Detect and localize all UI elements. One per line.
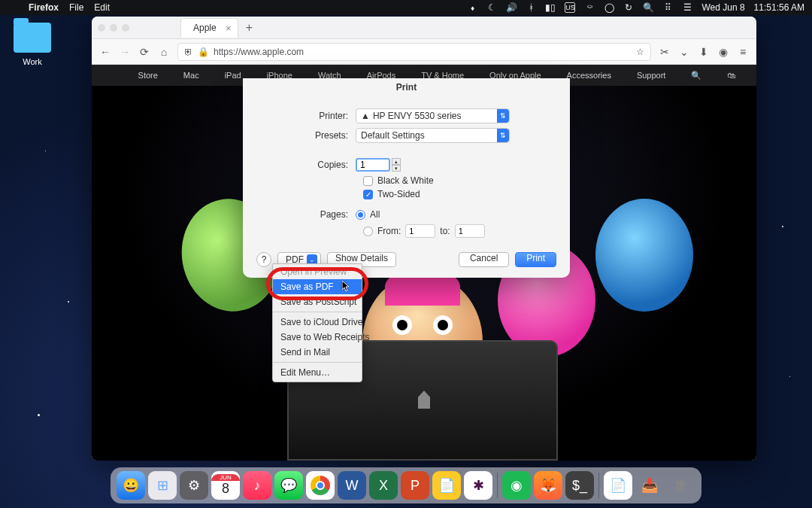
tab-apple[interactable]: Apple × [180, 18, 238, 38]
back-button[interactable]: ← [99, 46, 111, 58]
pdf-menu-edit[interactable]: Edit Menu… [273, 365, 362, 380]
pdf-menu-mail[interactable]: Send in Mail [273, 345, 362, 360]
pages-from-input[interactable] [405, 224, 435, 238]
dock-chrome[interactable] [306, 471, 335, 500]
menubar-date[interactable]: Wed Jun 8 [701, 2, 744, 13]
dock-notes[interactable]: 📄 [432, 471, 461, 500]
dock-separator [497, 473, 498, 498]
nav-store[interactable]: Store [138, 71, 158, 80]
printer-select[interactable]: ▲ HP ENVY 5530 series ⇅ [356, 108, 510, 123]
nav-accessories[interactable]: Accessories [567, 71, 611, 80]
time-machine-icon[interactable]: ↻ [623, 2, 634, 13]
memoji-blue [595, 199, 693, 312]
lock-icon[interactable]: 🔒 [198, 47, 209, 57]
battery-icon[interactable]: ▮▯ [545, 2, 556, 13]
dock-trash[interactable]: 🗑 [667, 471, 695, 500]
pdf-menu-save-ps[interactable]: Save as PostScript [273, 294, 362, 309]
volume-icon[interactable]: 🔊 [506, 2, 517, 13]
dock-settings[interactable]: ⚙ [180, 471, 208, 500]
bw-checkbox[interactable] [363, 176, 373, 186]
pdf-menu-open-preview[interactable]: Open in Preview [273, 264, 362, 279]
wifi-icon[interactable]: ⌔ [584, 2, 595, 13]
close-tab-icon[interactable]: × [226, 23, 232, 34]
printer-value: HP ENVY 5530 series [373, 111, 462, 121]
menubar-file[interactable]: File [69, 2, 83, 13]
dock-messages[interactable]: 💬 [274, 471, 303, 500]
cancel-button[interactable]: Cancel [459, 252, 509, 267]
app-menu-icon[interactable]: ≡ [737, 46, 749, 58]
pages-to-label: to: [440, 226, 450, 236]
dock-downloads[interactable]: 📥 [635, 471, 664, 500]
pocket-icon[interactable]: ⌄ [678, 46, 690, 58]
copies-stepper[interactable]: ▴▾ [392, 158, 401, 172]
control-center-icon[interactable]: ⠿ [662, 2, 673, 13]
notification-icon[interactable]: ☰ [682, 2, 692, 13]
pages-all-radio[interactable] [356, 210, 365, 220]
print-button[interactable]: Print [515, 252, 556, 267]
dock-terminal[interactable]: $_ [565, 471, 594, 500]
dock-calendar[interactable]: JUN8 [211, 471, 240, 500]
tab-title: Apple [193, 23, 217, 33]
pages-label: Pages: [258, 209, 356, 220]
folder-icon [14, 23, 51, 53]
presets-select[interactable]: Default Settings ⇅ [356, 128, 510, 143]
new-tab-button[interactable]: + [246, 21, 253, 35]
copies-label: Copies: [258, 160, 356, 170]
menubar-edit[interactable]: Edit [94, 2, 110, 13]
mouse-cursor-icon [342, 281, 351, 293]
printer-label: Printer: [258, 111, 356, 121]
bookmark-star-icon[interactable]: ☆ [636, 47, 644, 57]
dock-powerpoint[interactable]: P [401, 471, 429, 500]
dock-textfile[interactable]: 📄 [604, 471, 632, 500]
nav-support[interactable]: Support [637, 71, 666, 80]
pages-to-input[interactable] [455, 224, 485, 238]
url-text: https://www.apple.com [214, 47, 304, 57]
pages-range-radio[interactable] [363, 227, 373, 236]
dock-spotify[interactable]: ◉ [502, 471, 531, 500]
dock-separator [598, 473, 599, 498]
pages-from-label: From: [377, 226, 401, 236]
tab-bar: Apple × + [92, 17, 756, 39]
nav-ipad[interactable]: iPad [225, 71, 241, 80]
window-controls[interactable] [98, 24, 129, 32]
dock-launchpad[interactable]: ⊞ [148, 471, 177, 500]
dock-excel[interactable]: X [369, 471, 398, 500]
shield-icon[interactable]: ⛨ [184, 47, 193, 57]
copies-input[interactable] [356, 158, 390, 172]
nav-mac[interactable]: Mac [183, 71, 199, 80]
pdf-menu-icloud[interactable]: Save to iCloud Drive [273, 315, 362, 330]
dock-music[interactable]: ♪ [243, 471, 271, 500]
forward-button[interactable]: → [119, 46, 131, 58]
nav-bag-icon[interactable]: 🛍 [727, 71, 735, 80]
apple-menu-icon[interactable] [8, 2, 18, 13]
presets-label: Presets: [258, 130, 356, 141]
reload-button[interactable]: ⟳ [138, 46, 150, 58]
desktop-folder-work[interactable]: Work [14, 23, 51, 66]
help-button[interactable]: ? [256, 252, 271, 267]
do-not-disturb-icon[interactable]: ☾ [486, 2, 497, 13]
twosided-checkbox[interactable]: ✓ [363, 190, 373, 199]
downloads-icon[interactable]: ⬇ [698, 46, 710, 58]
warning-icon: ▲ [361, 111, 370, 121]
pages-all-label: All [370, 209, 380, 220]
input-source-icon[interactable]: US [565, 2, 575, 13]
user-icon[interactable]: ◯ [604, 2, 614, 13]
nav-search-icon[interactable]: 🔍 [691, 71, 701, 81]
account-icon[interactable]: ◉ [717, 46, 729, 58]
dock-firefox[interactable]: 🦊 [534, 471, 562, 500]
dropbox-icon[interactable]: ⬧ [467, 2, 477, 13]
home-button[interactable]: ⌂ [158, 46, 170, 58]
dock-finder[interactable]: 😀 [117, 471, 145, 500]
menu-separator [273, 312, 362, 312]
spotlight-icon[interactable]: 🔍 [643, 2, 653, 13]
chevron-updown-icon: ⇅ [497, 109, 509, 123]
dock-slack[interactable]: ✱ [464, 471, 492, 500]
pdf-menu-web-receipts[interactable]: Save to Web Receipts [273, 330, 362, 345]
menubar-app[interactable]: Firefox [29, 2, 59, 13]
menubar-time[interactable]: 11:51:56 AM [754, 2, 804, 13]
url-bar[interactable]: ⛨ 🔒 https://www.apple.com ☆ [177, 43, 651, 61]
bluetooth-icon[interactable]: ᚼ [526, 2, 536, 13]
extension-icon[interactable]: ✂ [659, 46, 671, 58]
dock-word[interactable]: W [338, 471, 366, 500]
bw-label: Black & White [377, 175, 434, 186]
